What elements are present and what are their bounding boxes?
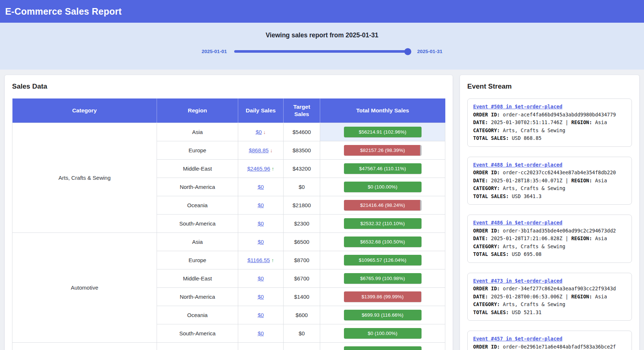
sales-progress-badge: $2532.32 (110.10%)	[344, 218, 422, 229]
sales-progress-badge	[344, 346, 422, 350]
sales-progress-badge: $0 (100.00%)	[344, 328, 422, 339]
target-sales-cell: $0	[284, 178, 320, 196]
sales-data-card: Sales Data Category Region Daily Sales T…	[4, 75, 453, 350]
total-monthly-sales-cell: $10965.57 (126.04%)	[320, 251, 445, 269]
event-detail-line: ORDER ID: order-acef4fa66bd945a3abdd9980…	[473, 111, 626, 119]
event-detail-line: DATE: 2025-01-28T18:35:40.071Z | REGION:…	[473, 177, 626, 185]
sales-progress-label: $6765.99 (100.98%)	[344, 273, 422, 284]
daily-sales-link[interactable]: $0	[258, 220, 264, 227]
target-sales-cell	[284, 342, 320, 350]
total-monthly-sales-cell: $21416.46 (98.24%)	[320, 196, 445, 214]
sales-progress-badge: $82157.26 (98.39%)	[344, 145, 422, 156]
slider-thumb[interactable]	[404, 48, 411, 55]
event-detail-line: ORDER ID: order-0e2961e71a6e484abfadf583…	[473, 343, 626, 350]
daily-sales-link[interactable]: $0	[258, 239, 264, 245]
daily-sales-link[interactable]: $0	[258, 202, 264, 208]
event-detail-line: TOTAL SALES: USD 3641.3	[473, 193, 626, 201]
daily-sales-link[interactable]: $0	[258, 294, 264, 300]
region-cell: Asia	[157, 232, 238, 251]
event-detail-line: TOTAL SALES: USD 521.31	[473, 309, 626, 317]
event-detail-line: ORDER ID: order-34ef277c862e4a3eaaf903cc…	[473, 285, 626, 293]
total-monthly-sales-cell: $6765.99 (100.98%)	[320, 269, 445, 287]
date-slider[interactable]	[234, 50, 410, 53]
trend-down-icon: ↓	[270, 148, 273, 153]
target-sales-cell: $54600	[284, 123, 320, 141]
column-header-category: Category	[12, 98, 157, 123]
sales-progress-label: $10965.57 (126.04%)	[344, 255, 422, 265]
table-row: AutomotiveAsia$0$6500$6532.68 (100.50%)	[12, 232, 445, 251]
daily-sales-link[interactable]: $0	[258, 275, 264, 282]
event-detail-line: DATE: 2025-01-30T02:51:11.746Z | REGION:…	[473, 119, 626, 127]
sales-progress-badge: $10965.57 (126.04%)	[344, 255, 422, 265]
daily-sales-link[interactable]: $1166.55	[247, 257, 270, 263]
region-cell: South-America	[157, 324, 238, 342]
daily-sales-cell: $1166.55↑	[238, 251, 284, 269]
daily-sales-cell: $0↓	[238, 123, 284, 141]
total-monthly-sales-cell: $2532.32 (110.10%)	[320, 214, 445, 232]
event-card: Event #488 in $et-order-placedORDER ID: …	[467, 157, 632, 205]
column-header-target-sales: Target Sales	[284, 98, 320, 123]
event-stream-card: Event Stream Event #508 in $et-order-pla…	[460, 75, 640, 350]
daily-sales-cell: $868.85↓	[238, 141, 284, 159]
sales-progress-label: $0 (100.00%)	[344, 182, 422, 192]
sales-table-header-row: Category Region Daily Sales Target Sales…	[12, 98, 445, 123]
event-detail-line: CATEGORY: Arts, Crafts & Sewing	[473, 127, 626, 135]
event-card: Event #473 in $et-order-placedORDER ID: …	[467, 273, 632, 321]
daily-sales-cell: $0	[238, 269, 284, 287]
event-detail-line: DATE: 2025-01-28T17:21:06.828Z | REGION:…	[473, 235, 626, 243]
event-link[interactable]: Event #488 in $et-order-placed	[473, 161, 562, 169]
target-sales-cell: $6700	[284, 269, 320, 287]
region-cell: Oceania	[157, 196, 238, 214]
sales-progress-label: $56214.91 (102.96%)	[344, 127, 422, 137]
daily-sales-cell: $0	[238, 196, 284, 214]
event-stream-title: Event Stream	[467, 82, 632, 90]
daily-sales-cell: $0	[238, 306, 284, 324]
daily-sales-cell: $0	[238, 287, 284, 306]
daily-sales-link[interactable]: $0	[258, 330, 264, 336]
total-monthly-sales-cell: $6532.68 (100.50%)	[320, 232, 445, 251]
table-row: Arts, Crafts & SewingAsia$0↓$54600$56214…	[12, 123, 445, 141]
region-cell: Europe	[157, 141, 238, 159]
total-monthly-sales-cell: $0 (100.00%)	[320, 324, 445, 342]
event-detail-line: CATEGORY: Arts, Crafts & Sewing	[473, 243, 626, 251]
event-link[interactable]: Event #457 in $et-order-placed	[473, 335, 562, 343]
page-title: E-Commerce Sales Report	[5, 6, 122, 17]
event-link[interactable]: Event #486 in $et-order-placed	[473, 219, 562, 227]
daily-sales-link[interactable]: $0	[256, 129, 262, 135]
trend-down-icon: ↓	[263, 129, 266, 135]
daily-sales-link[interactable]: $0	[258, 184, 264, 190]
category-cell: Arts, Crafts & Sewing	[12, 123, 157, 232]
daily-sales-link[interactable]: $868.85	[249, 147, 269, 153]
event-detail-line: TOTAL SALES: USD 695.08	[473, 250, 626, 258]
slider-end-label: 2025-01-31	[417, 49, 442, 54]
event-link[interactable]: Event #508 in $et-order-placed	[473, 103, 562, 111]
sales-progress-badge: $6532.68 (100.50%)	[344, 237, 422, 247]
slider-row: 2025-01-01 2025-01-31	[0, 49, 644, 54]
event-link[interactable]: Event #473 in $et-order-placed	[473, 277, 562, 285]
event-detail-line: ORDER ID: order-3b1faad35bde4e06ad99c2c2…	[473, 227, 626, 235]
event-card: Event #508 in $et-order-placedORDER ID: …	[467, 98, 632, 147]
slider-title: Viewing sales report from 2025-01-31	[0, 31, 644, 39]
total-monthly-sales-cell: $47567.46 (110.11%)	[320, 159, 445, 178]
region-cell: Middle-East	[157, 269, 238, 287]
category-cell	[12, 342, 157, 350]
event-stream-list: Event #508 in $et-order-placedORDER ID: …	[467, 98, 632, 350]
target-sales-cell: $21800	[284, 196, 320, 214]
trend-up-icon: ↑	[272, 257, 274, 263]
sales-progress-badge: $6765.99 (100.98%)	[344, 273, 422, 284]
sales-progress-badge: $56214.91 (102.96%)	[344, 127, 422, 137]
event-detail-line: TOTAL SALES: USD 868.85	[473, 134, 626, 142]
daily-sales-link[interactable]: $0	[258, 312, 264, 318]
slider-start-label: 2025-01-01	[202, 49, 227, 54]
region-cell: Europe	[157, 251, 238, 269]
target-sales-cell: $43200	[284, 159, 320, 178]
daily-sales-link[interactable]: $2465.96	[247, 165, 270, 172]
column-header-total-monthly-sales: Total Monthly Sales	[320, 98, 445, 123]
daily-sales-cell: $0	[238, 178, 284, 196]
region-cell	[157, 342, 238, 350]
main-content: Sales Data Category Region Daily Sales T…	[0, 70, 644, 350]
trend-up-icon: ↑	[272, 166, 274, 172]
total-monthly-sales-cell: $0 (100.00%)	[320, 178, 445, 196]
sales-progress-label: $6532.68 (100.50%)	[344, 237, 422, 247]
region-cell: North-America	[157, 287, 238, 306]
